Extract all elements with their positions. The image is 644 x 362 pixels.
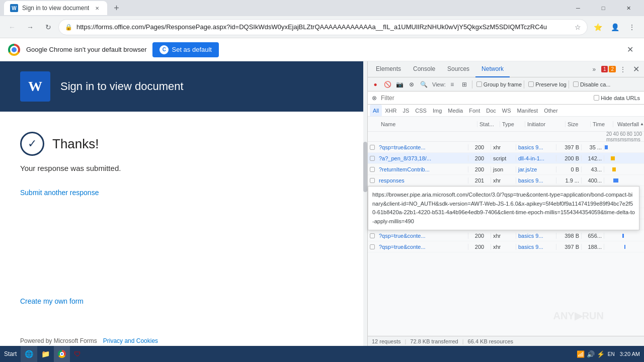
ie-icon[interactable]: 🌐: [21, 346, 37, 362]
filter-input[interactable]: [381, 95, 590, 102]
type-filter-other[interactable]: Other: [541, 105, 561, 117]
group-by-frame-label: Group by frame: [476, 81, 522, 87]
thanks-heading: Thanks!: [52, 136, 99, 152]
capture-screenshot-button[interactable]: 📷: [394, 79, 405, 90]
initiator-column-header[interactable]: Initiator: [525, 121, 566, 127]
scroll-thumb[interactable]: [363, 142, 367, 192]
chrome-taskbar-icon[interactable]: [54, 346, 70, 362]
type-filter-manifest[interactable]: Manifest: [514, 105, 541, 117]
type-filter-xhr[interactable]: XHR: [382, 105, 399, 117]
row-size: 0 B: [556, 166, 582, 172]
name-column-header[interactable]: Name: [377, 121, 477, 127]
type-filter-media[interactable]: Media: [445, 105, 466, 117]
preserve-log-label: Preserve log: [528, 81, 567, 87]
column-headers: Name Stat... Type Initiator Size Time: [368, 117, 644, 132]
devtools-toolbar: ● 🚫 📷 ⊗ 🔍 View: ≡ ⊞ Group by frame Prese…: [368, 77, 644, 92]
type-filter-img[interactable]: Img: [430, 105, 445, 117]
table-row[interactable]: ?qsp=true&conte... 200 xhr basics 9... 3…: [368, 241, 644, 252]
record-button[interactable]: ●: [370, 79, 381, 90]
table-row[interactable]: ?qsp=true&conte... 200 xhr basics 9... 3…: [368, 230, 644, 241]
set-default-icon: C: [159, 45, 169, 54]
create-form-link[interactable]: Create my own form: [20, 297, 343, 305]
title-bar: W Sign in to view document ✕ + ─ □ ✕: [0, 0, 644, 16]
type-filter-doc[interactable]: Doc: [483, 105, 499, 117]
row-checkbox[interactable]: [368, 167, 377, 172]
back-button[interactable]: ←: [4, 19, 20, 35]
tab-elements[interactable]: Elements: [370, 61, 407, 77]
requests-count: 12 requests: [372, 338, 400, 344]
size-column-header[interactable]: Size: [566, 121, 591, 127]
ruler-80ms: 80 ms: [627, 131, 634, 142]
close-button[interactable]: ✕: [617, 1, 640, 15]
waterfall-column-header[interactable]: Waterfall ▲: [613, 121, 644, 127]
more-tabs-button[interactable]: »: [588, 63, 600, 75]
hide-data-urls-checkbox[interactable]: [594, 95, 599, 101]
row-time: 400...: [582, 177, 604, 184]
page-scrollbar[interactable]: [363, 61, 367, 346]
time-column-header[interactable]: Time: [591, 121, 613, 127]
disable-cache-checkbox[interactable]: [573, 81, 579, 87]
start-button[interactable]: Start: [0, 346, 21, 362]
privacy-link[interactable]: Privacy and Cookies: [103, 337, 158, 344]
type-column-header[interactable]: Type: [500, 121, 525, 127]
preserve-log-checkbox[interactable]: [528, 81, 534, 87]
row-time: 142...: [582, 155, 604, 161]
table-row[interactable]: ?a?_pen_8/373,18/... 200 script dll-4-in…: [368, 153, 644, 164]
type-filter-css[interactable]: CSS: [412, 105, 430, 117]
search-button[interactable]: 🔍: [418, 79, 429, 90]
table-row[interactable]: responses 201 xhr basics 9... 1.9 ... 40…: [368, 175, 644, 186]
row-type: xhr: [491, 244, 516, 250]
type-filter-font[interactable]: Font: [466, 105, 483, 117]
type-filter-all[interactable]: All: [370, 105, 382, 117]
menu-icon[interactable]: ⋮: [624, 19, 640, 35]
type-filter-ws[interactable]: WS: [499, 105, 514, 117]
set-as-default-button[interactable]: C Set as default: [152, 42, 219, 57]
row-size: 1.9 ...: [556, 177, 582, 184]
ruler-scale: 20 ms 40 ms 60 ms 80 ms 100 ms: [604, 132, 644, 141]
table-row[interactable]: ?returnItemContrib... 200 json jar.js/ze…: [368, 164, 644, 175]
type-filter-row: All XHR JS CSS Img Media Font Doc WS Man…: [368, 105, 644, 117]
row-checkbox[interactable]: [368, 145, 377, 150]
info-bar-close-button[interactable]: ✕: [624, 44, 636, 56]
clear-button[interactable]: 🚫: [382, 79, 393, 90]
list-view-button[interactable]: ≡: [447, 79, 458, 90]
row-checkbox[interactable]: [368, 244, 377, 249]
antivirus-icon[interactable]: 🛡: [70, 346, 85, 362]
new-tab-button[interactable]: +: [109, 1, 123, 15]
devtools-close-button[interactable]: ✕: [630, 63, 642, 75]
row-checkbox[interactable]: [368, 156, 377, 161]
address-bar[interactable]: 🔒 https://forms.office.com/Pages/Respons…: [58, 19, 588, 35]
row-checkbox[interactable]: [368, 178, 377, 183]
group-by-frame-checkbox[interactable]: [476, 81, 482, 87]
tab-network[interactable]: Network: [475, 61, 510, 77]
forward-button[interactable]: →: [22, 19, 38, 35]
system-tray: 📶 🔊 ⚡ EN 3:20 AM: [573, 346, 644, 362]
status-column-header[interactable]: Stat...: [477, 121, 500, 127]
bookmark-icon[interactable]: ☆: [575, 23, 581, 31]
minimize-button[interactable]: ─: [567, 1, 590, 15]
row-name: ?returnItemContrib...: [377, 166, 468, 172]
devtools-settings-button[interactable]: ⋮: [617, 63, 629, 75]
sound-tray-icon: 🔊: [587, 350, 595, 358]
word-icon-letter: W: [28, 78, 42, 95]
explorer-icon[interactable]: 📁: [37, 346, 54, 362]
tab-sources[interactable]: Sources: [441, 61, 475, 77]
maximize-button[interactable]: □: [592, 1, 615, 15]
row-type: xhr: [491, 177, 516, 184]
extensions-icon[interactable]: ⭐: [590, 19, 606, 35]
submit-another-link[interactable]: Submit another response: [20, 189, 343, 197]
tab-console[interactable]: Console: [407, 61, 441, 77]
network-tray-icon: 📶: [577, 350, 585, 358]
account-icon[interactable]: 👤: [607, 19, 623, 35]
active-tab[interactable]: W Sign in to view document ✕: [4, 1, 107, 15]
disable-cache-text: Disable ca...: [580, 81, 611, 87]
row-initiator: basics 9...: [516, 244, 556, 250]
large-rows-button[interactable]: ⊞: [459, 79, 470, 90]
row-initiator: basics 9...: [516, 177, 556, 184]
row-checkbox[interactable]: [368, 233, 377, 238]
table-row[interactable]: ?qsp=true&conte... 200 xhr basics 9... 3…: [368, 142, 644, 153]
refresh-button[interactable]: ↻: [40, 19, 56, 35]
type-filter-js[interactable]: JS: [399, 105, 412, 117]
filter-requests-button[interactable]: ⊗: [406, 79, 417, 90]
tab-close-button[interactable]: ✕: [93, 4, 101, 12]
